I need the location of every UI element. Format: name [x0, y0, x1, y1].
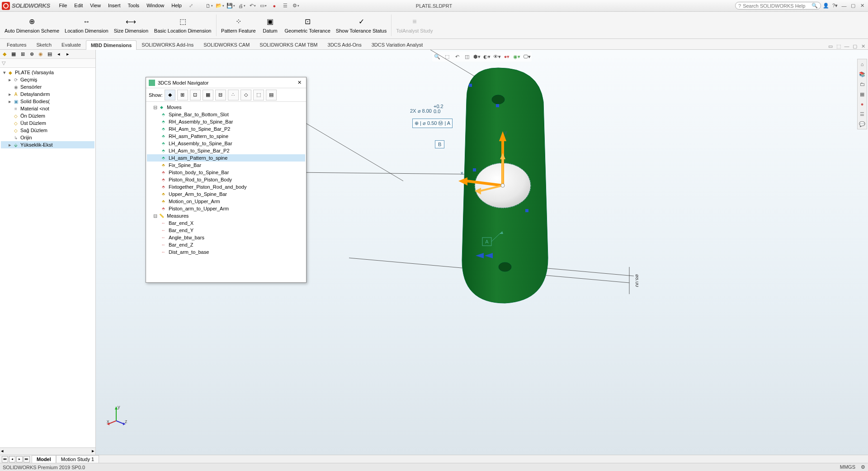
nav-filter6-icon[interactable]: ∴ — [228, 90, 239, 100]
navigator-titlebar[interactable]: 3DCS Model Navigator ✕ — [146, 77, 306, 88]
forum-icon[interactable]: 💬 — [858, 119, 867, 129]
nav-filter4-icon[interactable]: ▦ — [203, 90, 213, 100]
nav-move-item[interactable]: ⬘Spine_Bar_to_Bottom_Slot — [147, 111, 305, 118]
nav-group-moves[interactable]: ⊟ ◆ Moves — [147, 104, 305, 111]
nav-move-item[interactable]: ⬘RH_Assembly_to_Spine_Bar — [147, 118, 305, 125]
nav-move-item[interactable]: ⬘Piston_arm_to_Upper_Arm — [147, 205, 305, 212]
doc-close-icon[interactable]: ✕ — [860, 43, 866, 49]
basic-location-dimension-button[interactable]: ⬚ Basic Location Dimension — [151, 13, 214, 38]
search-icon[interactable]: 🔍 — [811, 3, 818, 9]
nav-measure-item[interactable]: ↔Bar_end_Y — [147, 227, 305, 234]
minimize-icon[interactable]: — — [840, 2, 848, 10]
tab-solidworks-cam[interactable]: SOLIDWORKS CAM — [198, 40, 255, 49]
tab-solidworks-addins[interactable]: SOLIDWORKS Add-Ins — [137, 40, 198, 49]
tab-solidworks-cam-tbm[interactable]: SOLIDWORKS CAM TBM — [255, 40, 322, 49]
nav-filter9-icon[interactable]: ▤ — [266, 90, 277, 100]
menu-file[interactable]: File — [56, 1, 71, 10]
tab-sketch[interactable]: Sketch — [31, 40, 57, 49]
tree-item-right-plane[interactable]: ◇ Sağ Düzlem — [1, 127, 94, 134]
status-gear-icon[interactable]: ⚙ — [861, 464, 865, 470]
nav-move-item[interactable]: ⬘Motion_on_Upper_Arm — [147, 198, 305, 205]
filter-icon[interactable]: ▽ — [2, 60, 5, 66]
nav-move-item[interactable]: ⬘LH_Assembly_to_Spine_Bar — [147, 140, 305, 147]
status-units[interactable]: MMGS — [840, 464, 855, 470]
help-dropdown-icon[interactable]: ?▾ — [831, 2, 839, 10]
nav-move-item[interactable]: ⬘Upper_Arm_to_Spine_Bar — [147, 190, 305, 198]
menu-tools[interactable]: Tools — [124, 1, 143, 10]
tree-item-boss-extrude[interactable]: ▸ ⬙ Yükseklik-Ekst — [1, 141, 94, 148]
expand-icon[interactable]: ▸ — [7, 142, 13, 148]
undo-icon[interactable]: ↶▾ — [249, 2, 256, 10]
menu-view[interactable]: View — [86, 1, 104, 10]
scroll-right-icon[interactable]: ▸ — [92, 448, 94, 455]
panel-bottom-scroll[interactable]: ◂ ▸ — [0, 447, 95, 455]
vcr-start-icon[interactable]: ⏮ — [2, 456, 8, 462]
tab-mbd-dimensions[interactable]: MBD Dimensions — [86, 40, 137, 50]
feat-tab6-icon[interactable]: ▤ — [45, 50, 54, 58]
viewport-single-icon[interactable]: ▭ — [827, 43, 834, 49]
tree-item-front-plane[interactable]: ◇ Ön Düzlem — [1, 112, 94, 119]
rebuild-icon[interactable]: ● — [271, 2, 278, 10]
nav-measure-item[interactable]: ↔Dist_arm_to_base — [147, 248, 305, 256]
feat-nav-left-icon[interactable]: ◂ — [54, 50, 63, 58]
collapse-icon[interactable]: ⊟ — [152, 213, 158, 219]
options-icon[interactable]: ☰ — [282, 2, 289, 10]
view-palette-icon[interactable]: ▦ — [858, 89, 867, 99]
custom-props-icon[interactable]: ☰ — [858, 109, 867, 119]
3dcs-model-navigator-window[interactable]: 3DCS Model Navigator ✕ Show: ◆ ⊞ ⊡ ▦ ⊟ ∴… — [146, 77, 307, 283]
help-search[interactable]: ? 🔍 — [735, 2, 821, 10]
show-tolerance-status-button[interactable]: ✓ Show Tolerance Status — [333, 13, 389, 38]
nav-measure-item[interactable]: ↔Bar_end_X — [147, 219, 305, 227]
navigator-tree[interactable]: ⊟ ◆ Moves ⬘Spine_Bar_to_Bottom_Slot⬘RH_A… — [146, 102, 306, 282]
expand-icon[interactable]: ▸ — [7, 91, 13, 97]
tab-3dcs-addons[interactable]: 3DCS Add-Ons — [323, 40, 367, 49]
select-icon[interactable]: ▭▾ — [260, 2, 267, 10]
user-icon[interactable]: 👤 — [822, 2, 830, 10]
open-icon[interactable]: 📂▾ — [217, 2, 224, 10]
nav-move-item[interactable]: ⬘RH_Asm_to_Spine_Bar_P2 — [147, 125, 305, 133]
save-icon[interactable]: 💾▾ — [227, 2, 235, 10]
nav-move-item[interactable]: ⬘Fix_Spine_Bar — [147, 162, 305, 169]
doc-maximize-icon[interactable]: ▢ — [852, 43, 858, 49]
file-explorer-icon[interactable]: 🗀 — [858, 79, 867, 89]
tree-item-history[interactable]: ▸ ⟳ Geçmiş — [1, 76, 94, 83]
expand-icon[interactable]: ▸ — [7, 99, 13, 105]
tab-features[interactable]: Features — [2, 40, 31, 49]
nav-filter3-icon[interactable]: ⊡ — [190, 90, 201, 100]
nav-move-item[interactable]: ⬘Piston_body_to_Spine_Bar — [147, 169, 305, 176]
nav-move-item[interactable]: ⬘LH_Asm_to_Spine_Bar_P2 — [147, 147, 305, 154]
nav-move-item[interactable]: ⬘Fixtogether_Piston_Rod_and_body — [147, 183, 305, 190]
feat-nav-right-icon[interactable]: ▸ — [63, 50, 72, 58]
menu-edit[interactable]: Edit — [71, 1, 86, 10]
feature-tree[interactable]: ▾ ◆ PLATE (Varsayıla ▸ ⟳ Geçmiş ◉ Sensör… — [0, 68, 95, 447]
bottom-tab-motion-study[interactable]: Motion Study 1 — [56, 455, 99, 463]
help-search-input[interactable] — [743, 3, 811, 9]
expand-icon[interactable]: ▸ — [7, 77, 13, 83]
nav-measure-item[interactable]: ↔Bar_end_Z — [147, 241, 305, 248]
viewport-link-icon[interactable]: ⬚ — [835, 43, 842, 49]
design-library-icon[interactable]: 📚 — [858, 69, 867, 79]
feat-tab2-icon[interactable]: ▦ — [9, 50, 18, 58]
menu-insert[interactable]: Insert — [104, 1, 124, 10]
auto-dimension-scheme-button[interactable]: ⊕ Auto Dimension Scheme — [2, 13, 62, 38]
tree-item-annotations[interactable]: ▸ A Detaylandırm — [1, 90, 94, 98]
new-icon[interactable]: 🗋▾ — [206, 2, 213, 10]
feat-tab1-icon[interactable]: ◆ — [0, 50, 9, 58]
settings-icon[interactable]: ⚙▾ — [292, 2, 300, 10]
close-icon[interactable]: ✕ — [858, 2, 866, 10]
tree-item-solid-bodies[interactable]: ▸ ▣ Solid Bodies( — [1, 98, 94, 105]
tree-item-top-plane[interactable]: ◇ Üst Düzlem — [1, 119, 94, 127]
menu-help[interactable]: Help — [168, 1, 185, 10]
nav-move-item[interactable]: ⬘Piston_Rod_to_Piston_Body — [147, 176, 305, 183]
feat-tab4-icon[interactable]: ⊕ — [27, 50, 36, 58]
tab-3dcs-variation-analyst[interactable]: 3DCS Variation Analyst — [367, 40, 428, 49]
collapse-icon[interactable]: ⊟ — [152, 105, 158, 110]
tree-root[interactable]: ▾ ◆ PLATE (Varsayıla — [1, 69, 94, 76]
tree-item-material[interactable]: ≡ Material <not — [1, 105, 94, 112]
doc-minimize-icon[interactable]: — — [844, 43, 850, 49]
appearances-icon[interactable]: ● — [858, 99, 867, 109]
vcr-back-icon[interactable]: ◂ — [9, 456, 15, 462]
nav-filter1-icon[interactable]: ◆ — [165, 90, 175, 100]
resources-icon[interactable]: ⌂ — [858, 59, 867, 69]
size-dimension-button[interactable]: ⟷ Size Dimension — [111, 13, 151, 38]
